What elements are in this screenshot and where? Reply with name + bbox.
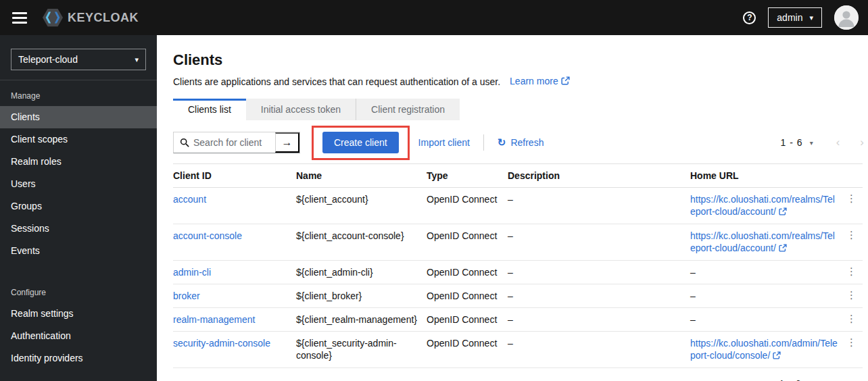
home-url-link[interactable]: https://kc.oluoshati.com/realms/Teleport… [690, 230, 835, 253]
next-page-icon[interactable]: › [860, 136, 864, 149]
table-row: broker ${client_broker} OpenID Connect –… [173, 284, 863, 308]
nav-section-manage: Manage [0, 80, 157, 106]
pagination-range: 1 - 6 [779, 378, 802, 381]
home-url-empty: – [690, 261, 846, 284]
client-name: ${client_account} [296, 188, 427, 224]
sidebar-item-realm-roles[interactable]: Realm roles [0, 151, 157, 173]
client-type: OpenID Connect [427, 224, 508, 261]
client-id-link[interactable]: broker [173, 290, 200, 301]
sidebar-item-groups[interactable]: Groups [0, 195, 157, 218]
table-header-row: Client ID Name Type Description Home URL [173, 164, 863, 188]
search-submit-button[interactable]: → [275, 132, 299, 153]
sidebar-item-events[interactable]: Events [0, 240, 157, 262]
client-description: – [508, 188, 690, 224]
kebab-menu-icon[interactable]: ⋮ [846, 224, 863, 261]
keycloak-logo: KEYCLOAK [42, 7, 139, 28]
table-row: account ${client_account} OpenID Connect… [173, 188, 863, 224]
create-client-button[interactable]: Create client [322, 132, 399, 153]
toolbar: → Create client Import client ↻ Refresh … [173, 130, 864, 155]
sidebar-item-clients[interactable]: Clients [0, 106, 157, 128]
table-row: admin-cli ${client_admin-cli} OpenID Con… [173, 261, 863, 284]
column-type: Type [427, 164, 508, 188]
client-id-link[interactable]: realm-management [173, 314, 255, 325]
refresh-icon: ↻ [498, 136, 506, 149]
kebab-menu-icon[interactable]: ⋮ [846, 261, 863, 284]
nav-toggle-icon[interactable] [12, 12, 27, 24]
client-name: ${client_broker} [296, 284, 427, 308]
home-url-link[interactable]: https://kc.oluoshati.com/realms/Teleport… [690, 194, 835, 217]
tab-bar: Clients list Initial access token Client… [173, 99, 864, 120]
client-id-link[interactable]: account [173, 194, 206, 205]
kebab-menu-icon[interactable]: ⋮ [846, 308, 863, 332]
help-icon[interactable]: ? [743, 11, 756, 24]
previous-page-icon[interactable]: ‹ [836, 136, 840, 149]
next-page-icon[interactable]: › [859, 377, 863, 381]
column-actions [846, 164, 863, 188]
avatar[interactable] [834, 5, 859, 30]
user-menu-dropdown[interactable]: admin ▾ [768, 7, 822, 28]
external-link-icon [561, 76, 570, 87]
main-content: Clients Clients are applications and ser… [157, 35, 868, 381]
sidebar-item-realm-settings[interactable]: Realm settings [0, 303, 157, 325]
refresh-button[interactable]: ↻ Refresh [498, 136, 544, 149]
chevron-down-icon: ▾ [135, 55, 139, 64]
import-client-link[interactable]: Import client [418, 137, 470, 148]
kebab-menu-icon[interactable]: ⋮ [846, 188, 863, 224]
client-type: OpenID Connect [427, 261, 508, 284]
toolbar-divider [483, 134, 484, 151]
kebab-menu-icon[interactable]: ⋮ [846, 284, 863, 308]
search-input[interactable] [193, 137, 275, 148]
client-type: OpenID Connect [427, 188, 508, 224]
client-description: – [508, 308, 690, 332]
previous-page-icon[interactable]: ‹ [835, 377, 839, 381]
client-id-link[interactable]: security-admin-console [173, 338, 270, 349]
client-name: ${client_realm-management} [296, 308, 427, 332]
keycloak-logo-icon [42, 7, 64, 28]
brand-name: KEYCLOAK [68, 11, 139, 25]
client-id-link[interactable]: account-console [173, 230, 242, 241]
sidebar-item-users[interactable]: Users [0, 173, 157, 195]
user-menu-label: admin [777, 12, 802, 23]
table-row: security-admin-console ${client_security… [173, 332, 863, 368]
client-description: – [508, 261, 690, 284]
client-description: – [508, 332, 690, 368]
home-url-link[interactable]: https://kc.oluoshati.com/admin/Teleport-… [690, 338, 838, 361]
search-icon [174, 138, 193, 147]
pagination-range: 1 - 6 [781, 137, 803, 148]
home-url-empty: – [690, 284, 846, 308]
nav-section-configure: Configure [0, 277, 157, 303]
sidebar: Teleport-cloud ▾ Manage Clients Client s… [0, 35, 157, 381]
pagination-bottom: 1 - 6 ▾ ‹ › [173, 377, 863, 381]
realm-selector[interactable]: Teleport-cloud ▾ [11, 49, 146, 70]
sidebar-item-sessions[interactable]: Sessions [0, 218, 157, 240]
client-type: OpenID Connect [427, 284, 508, 308]
pagination-dropdown-icon[interactable]: ▾ [810, 139, 813, 147]
pagination-top: 1 - 6 ▾ ‹ › [781, 136, 864, 149]
external-link-icon [779, 243, 787, 255]
column-name: Name [296, 164, 427, 188]
learn-more-link[interactable]: Learn more [510, 76, 570, 87]
client-type: OpenID Connect [427, 332, 508, 368]
sidebar-item-identity-providers[interactable]: Identity providers [0, 347, 157, 370]
tab-initial-access-token[interactable]: Initial access token [246, 99, 356, 120]
tab-client-registration[interactable]: Client registration [356, 99, 460, 120]
tab-clients-list[interactable]: Clients list [173, 99, 246, 120]
column-description: Description [508, 164, 690, 188]
client-name: ${client_account-console} [296, 224, 427, 261]
user-avatar-icon [834, 5, 859, 30]
client-name: ${client_admin-cli} [296, 261, 427, 284]
sidebar-item-authentication[interactable]: Authentication [0, 325, 157, 347]
realm-name: Teleport-cloud [18, 54, 78, 65]
home-url-empty: – [690, 308, 846, 332]
sidebar-item-client-scopes[interactable]: Client scopes [0, 128, 157, 151]
page-title: Clients [173, 51, 864, 69]
table-row: realm-management ${client_realm-manageme… [173, 308, 863, 332]
top-bar: KEYCLOAK ? admin ▾ [0, 0, 868, 35]
client-description: – [508, 284, 690, 308]
kebab-menu-icon[interactable]: ⋮ [846, 332, 863, 368]
external-link-icon [773, 350, 781, 362]
client-id-link[interactable]: admin-cli [173, 267, 211, 278]
search-box: → [173, 132, 300, 153]
column-client-id: Client ID [173, 164, 296, 188]
clients-table: Client ID Name Type Description Home URL… [173, 163, 863, 368]
